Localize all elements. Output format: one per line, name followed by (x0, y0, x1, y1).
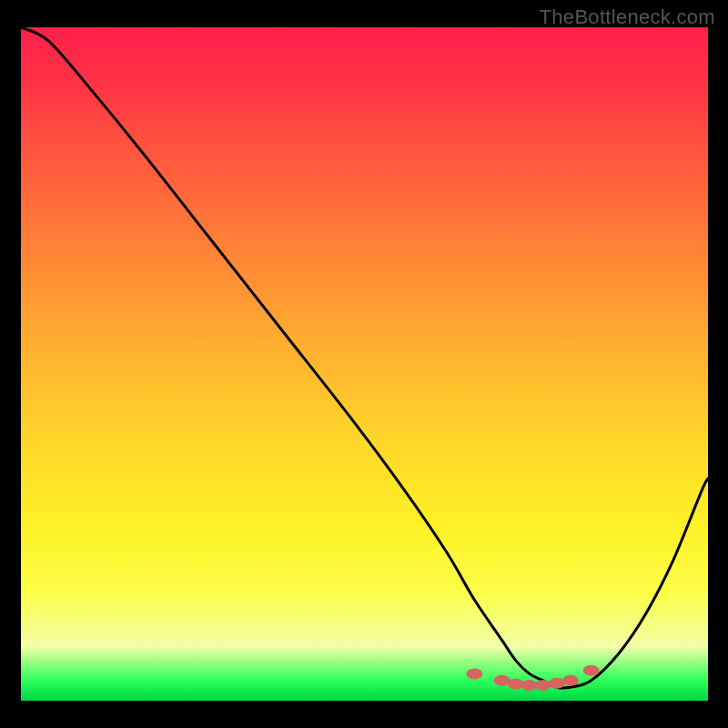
trough-marker (549, 678, 565, 689)
bottleneck-curve (21, 27, 708, 701)
trough-marker (562, 675, 579, 686)
trough-marker (521, 680, 538, 691)
trough-marker (508, 679, 524, 690)
trough-marker (583, 665, 600, 676)
gradient-background (21, 27, 708, 701)
chart-stage: TheBottleneck.com (0, 0, 728, 728)
trough-marker (466, 668, 482, 679)
trough-marker (535, 680, 551, 691)
watermark-text: TheBottleneck.com (540, 5, 715, 29)
trough-marker (494, 675, 511, 686)
